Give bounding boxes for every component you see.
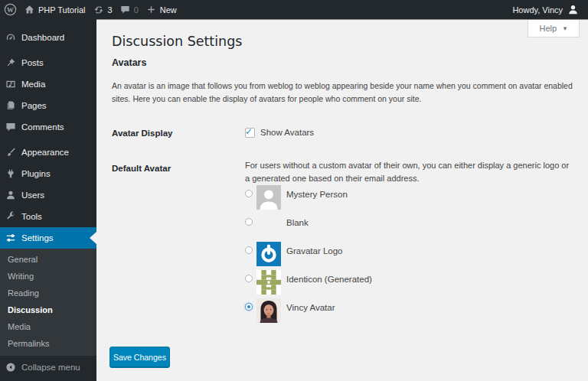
avatar-option-vincy: Vincy Avatar [245,298,573,323]
default-avatar-description: For users without a custom avatar of the… [245,159,571,185]
wrench-icon [5,211,16,222]
avatar-option-label: Blank [286,218,309,228]
sidebar-item-tools[interactable]: Tools [0,206,96,227]
vincy-avatar [256,298,281,323]
sidebar-item-dashboard[interactable]: Dashboard [0,27,96,48]
wordpress-logo-icon: W [4,3,17,16]
sidebar-item-label: Plugins [21,169,51,178]
identicon-radio[interactable] [245,275,253,282]
sidebar-item-label: Media [21,80,45,89]
page-title: Discussion Settings [112,20,573,51]
update-icon [93,5,104,15]
default-avatar-row: Default Avatar For users without a custo… [112,159,573,323]
collapse-menu-button[interactable]: Collapse menu [0,357,96,377]
sidebar-item-label: Posts [21,58,44,67]
submenu-item-media[interactable]: Media [0,318,96,335]
avatar-display-label: Avatar Display [112,127,245,138]
avatars-intro: An avatar is an image that follows you f… [112,80,586,106]
help-label: Help [539,24,557,33]
admin-bar: W PHP Tutorial 3 0 New Howdy, Vincy [0,0,588,19]
mystery-person-avatar [256,185,281,210]
blank-avatar [256,213,281,238]
updates-count: 3 [108,5,113,15]
sidebar-item-label: Pages [21,101,47,110]
media-icon [5,79,16,90]
help-button[interactable]: Help ▼ [528,20,580,37]
identicon-avatar [256,270,281,295]
home-icon [24,5,34,15]
person-icon [5,190,16,200]
plus-icon [146,5,156,15]
chevron-down-icon: ▼ [562,25,568,32]
blank-radio[interactable] [245,218,253,226]
avatar-option-identicon: Identicon (Generated) [245,270,573,295]
sidebar-item-comments[interactable]: Comments [0,116,96,138]
avatar-option-blank: Blank [245,213,573,238]
sidebar-item-users[interactable]: Users [0,184,96,206]
sidebar-item-settings[interactable]: Settings [0,227,96,249]
avatar-option-label: Mystery Person [286,190,348,200]
collapse-arrow-icon [5,362,16,373]
show-avatars-checkbox[interactable] [245,128,255,138]
pages-icon [5,100,16,111]
avatar-option-label: Vincy Avatar [286,303,335,313]
howdy-label: Howdy, Vincy [512,5,563,15]
collapse-menu-label: Collapse menu [21,363,80,372]
comments-icon [5,122,16,132]
pushpin-icon [5,57,16,68]
gravatar-logo-radio[interactable] [245,246,253,254]
avatars-heading: Avatars [112,57,573,69]
brush-icon [5,147,16,158]
sidebar-item-posts[interactable]: Posts [0,52,96,73]
sidebar-item-label: Dashboard [21,33,64,42]
sidebar-item-pages[interactable]: Pages [0,95,96,116]
comments-button[interactable]: 0 [116,0,142,19]
mystery-person-radio[interactable] [245,190,253,197]
avatar-option-mystery-person: Mystery Person [245,185,573,210]
settings-icon [5,233,16,243]
sidebar-item-label: Tools [21,212,42,221]
main-content: Help ▼ Discussion Settings Avatars An av… [96,19,588,381]
settings-submenu: General Writing Reading Discussion Media… [0,249,96,356]
plug-icon [5,168,16,179]
dashboard-icon [5,32,16,43]
submenu-item-general[interactable]: General [0,251,96,268]
user-avatar-icon [567,4,579,15]
avatar-option-gravatar-logo: Gravatar Logo [245,242,573,266]
submenu-item-writing[interactable]: Writing [0,268,96,285]
svg-text:W: W [7,6,14,14]
new-label: New [160,5,177,15]
sidebar-item-label: Users [21,190,44,200]
avatar-option-label: Gravatar Logo [286,246,343,256]
sidebar-item-plugins[interactable]: Plugins [0,163,96,184]
gravatar-logo-avatar [256,242,281,266]
new-button[interactable]: New [142,0,181,19]
sidebar-item-label: Appearance [21,148,69,157]
submenu-item-discussion[interactable]: Discussion [0,301,96,318]
avatar-display-row: Avatar Display Show Avatars [112,127,573,138]
save-changes-button[interactable]: Save Changes [109,347,170,368]
vincy-avatar-radio[interactable] [245,303,253,311]
sidebar-item-media[interactable]: Media [0,73,96,95]
sidebar: Dashboard Posts Media Pages Comments [0,19,96,381]
comment-bubble-icon [120,5,130,15]
wordpress-logo-button[interactable]: W [0,0,21,19]
submenu-item-reading[interactable]: Reading [0,285,96,301]
sidebar-item-label: Comments [21,122,64,132]
submenu-item-permalinks[interactable]: Permalinks [0,335,96,352]
site-name-label: PHP Tutorial [38,5,86,15]
default-avatar-label: Default Avatar [112,159,245,323]
show-avatars-label: Show Avatars [260,128,314,137]
account-menu[interactable]: Howdy, Vincy [503,0,588,19]
sidebar-item-appearance[interactable]: Appearance [0,142,96,163]
sidebar-item-label: Settings [21,233,54,243]
updates-button[interactable]: 3 [90,0,116,19]
comments-count: 0 [134,5,139,15]
site-name-button[interactable]: PHP Tutorial [21,0,90,19]
avatar-option-label: Identicon (Generated) [286,275,372,285]
